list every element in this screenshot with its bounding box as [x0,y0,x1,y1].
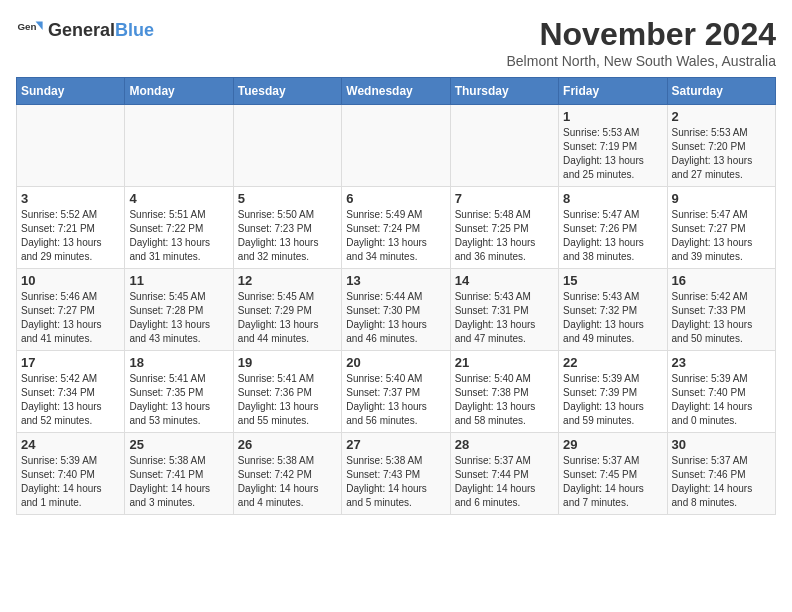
calendar-cell: 11Sunrise: 5:45 AM Sunset: 7:28 PM Dayli… [125,269,233,351]
calendar-cell: 20Sunrise: 5:40 AM Sunset: 7:37 PM Dayli… [342,351,450,433]
day-number: 22 [563,355,662,370]
day-number: 28 [455,437,554,452]
calendar-cell: 26Sunrise: 5:38 AM Sunset: 7:42 PM Dayli… [233,433,341,515]
day-number: 9 [672,191,771,206]
day-number: 6 [346,191,445,206]
calendar-cell: 22Sunrise: 5:39 AM Sunset: 7:39 PM Dayli… [559,351,667,433]
calendar-week-row: 3Sunrise: 5:52 AM Sunset: 7:21 PM Daylig… [17,187,776,269]
day-number: 17 [21,355,120,370]
day-info: Sunrise: 5:48 AM Sunset: 7:25 PM Dayligh… [455,208,554,264]
day-number: 29 [563,437,662,452]
calendar-cell [342,105,450,187]
day-number: 18 [129,355,228,370]
day-number: 12 [238,273,337,288]
day-info: Sunrise: 5:46 AM Sunset: 7:27 PM Dayligh… [21,290,120,346]
month-title: November 2024 [507,16,777,53]
calendar-cell: 23Sunrise: 5:39 AM Sunset: 7:40 PM Dayli… [667,351,775,433]
calendar-cell: 4Sunrise: 5:51 AM Sunset: 7:22 PM Daylig… [125,187,233,269]
calendar-cell: 2Sunrise: 5:53 AM Sunset: 7:20 PM Daylig… [667,105,775,187]
days-of-week-row: SundayMondayTuesdayWednesdayThursdayFrid… [17,78,776,105]
calendar-cell: 16Sunrise: 5:42 AM Sunset: 7:33 PM Dayli… [667,269,775,351]
day-info: Sunrise: 5:37 AM Sunset: 7:45 PM Dayligh… [563,454,662,510]
day-of-week-header: Friday [559,78,667,105]
calendar-cell: 3Sunrise: 5:52 AM Sunset: 7:21 PM Daylig… [17,187,125,269]
calendar-cell [125,105,233,187]
day-info: Sunrise: 5:47 AM Sunset: 7:27 PM Dayligh… [672,208,771,264]
day-info: Sunrise: 5:37 AM Sunset: 7:44 PM Dayligh… [455,454,554,510]
day-number: 1 [563,109,662,124]
day-info: Sunrise: 5:39 AM Sunset: 7:40 PM Dayligh… [21,454,120,510]
day-number: 8 [563,191,662,206]
logo-icon: Gen [16,16,44,44]
day-number: 14 [455,273,554,288]
day-number: 24 [21,437,120,452]
calendar-cell: 1Sunrise: 5:53 AM Sunset: 7:19 PM Daylig… [559,105,667,187]
calendar-week-row: 24Sunrise: 5:39 AM Sunset: 7:40 PM Dayli… [17,433,776,515]
day-info: Sunrise: 5:53 AM Sunset: 7:20 PM Dayligh… [672,126,771,182]
calendar-cell [17,105,125,187]
day-number: 2 [672,109,771,124]
day-info: Sunrise: 5:51 AM Sunset: 7:22 PM Dayligh… [129,208,228,264]
day-info: Sunrise: 5:41 AM Sunset: 7:35 PM Dayligh… [129,372,228,428]
calendar-cell: 18Sunrise: 5:41 AM Sunset: 7:35 PM Dayli… [125,351,233,433]
day-info: Sunrise: 5:53 AM Sunset: 7:19 PM Dayligh… [563,126,662,182]
calendar-cell: 27Sunrise: 5:38 AM Sunset: 7:43 PM Dayli… [342,433,450,515]
day-number: 20 [346,355,445,370]
calendar-week-row: 1Sunrise: 5:53 AM Sunset: 7:19 PM Daylig… [17,105,776,187]
calendar-week-row: 10Sunrise: 5:46 AM Sunset: 7:27 PM Dayli… [17,269,776,351]
calendar-cell: 29Sunrise: 5:37 AM Sunset: 7:45 PM Dayli… [559,433,667,515]
day-of-week-header: Wednesday [342,78,450,105]
day-number: 27 [346,437,445,452]
calendar-cell: 8Sunrise: 5:47 AM Sunset: 7:26 PM Daylig… [559,187,667,269]
calendar-cell: 25Sunrise: 5:38 AM Sunset: 7:41 PM Dayli… [125,433,233,515]
day-info: Sunrise: 5:38 AM Sunset: 7:42 PM Dayligh… [238,454,337,510]
calendar-cell: 6Sunrise: 5:49 AM Sunset: 7:24 PM Daylig… [342,187,450,269]
day-number: 7 [455,191,554,206]
calendar-cell: 10Sunrise: 5:46 AM Sunset: 7:27 PM Dayli… [17,269,125,351]
day-info: Sunrise: 5:40 AM Sunset: 7:37 PM Dayligh… [346,372,445,428]
calendar-table: SundayMondayTuesdayWednesdayThursdayFrid… [16,77,776,515]
day-number: 23 [672,355,771,370]
day-number: 21 [455,355,554,370]
calendar-cell: 7Sunrise: 5:48 AM Sunset: 7:25 PM Daylig… [450,187,558,269]
day-of-week-header: Thursday [450,78,558,105]
day-number: 15 [563,273,662,288]
day-info: Sunrise: 5:39 AM Sunset: 7:40 PM Dayligh… [672,372,771,428]
header: Gen GeneralBlue November 2024 Belmont No… [16,16,776,69]
calendar-cell: 19Sunrise: 5:41 AM Sunset: 7:36 PM Dayli… [233,351,341,433]
calendar-cell: 9Sunrise: 5:47 AM Sunset: 7:27 PM Daylig… [667,187,775,269]
day-info: Sunrise: 5:42 AM Sunset: 7:33 PM Dayligh… [672,290,771,346]
day-of-week-header: Tuesday [233,78,341,105]
day-number: 26 [238,437,337,452]
calendar-cell: 24Sunrise: 5:39 AM Sunset: 7:40 PM Dayli… [17,433,125,515]
calendar-cell [450,105,558,187]
calendar-cell: 21Sunrise: 5:40 AM Sunset: 7:38 PM Dayli… [450,351,558,433]
logo-text-blue: Blue [115,20,154,40]
day-number: 16 [672,273,771,288]
day-number: 25 [129,437,228,452]
calendar-cell: 13Sunrise: 5:44 AM Sunset: 7:30 PM Dayli… [342,269,450,351]
day-info: Sunrise: 5:43 AM Sunset: 7:32 PM Dayligh… [563,290,662,346]
day-number: 30 [672,437,771,452]
title-area: November 2024 Belmont North, New South W… [507,16,777,69]
day-info: Sunrise: 5:40 AM Sunset: 7:38 PM Dayligh… [455,372,554,428]
calendar-week-row: 17Sunrise: 5:42 AM Sunset: 7:34 PM Dayli… [17,351,776,433]
location-title: Belmont North, New South Wales, Australi… [507,53,777,69]
day-info: Sunrise: 5:49 AM Sunset: 7:24 PM Dayligh… [346,208,445,264]
day-info: Sunrise: 5:45 AM Sunset: 7:29 PM Dayligh… [238,290,337,346]
logo: Gen GeneralBlue [16,16,154,44]
day-info: Sunrise: 5:41 AM Sunset: 7:36 PM Dayligh… [238,372,337,428]
calendar-cell: 15Sunrise: 5:43 AM Sunset: 7:32 PM Dayli… [559,269,667,351]
day-number: 13 [346,273,445,288]
calendar-cell [233,105,341,187]
day-number: 5 [238,191,337,206]
calendar-body: 1Sunrise: 5:53 AM Sunset: 7:19 PM Daylig… [17,105,776,515]
day-info: Sunrise: 5:42 AM Sunset: 7:34 PM Dayligh… [21,372,120,428]
day-info: Sunrise: 5:52 AM Sunset: 7:21 PM Dayligh… [21,208,120,264]
day-number: 4 [129,191,228,206]
day-info: Sunrise: 5:47 AM Sunset: 7:26 PM Dayligh… [563,208,662,264]
calendar-cell: 5Sunrise: 5:50 AM Sunset: 7:23 PM Daylig… [233,187,341,269]
calendar-cell: 30Sunrise: 5:37 AM Sunset: 7:46 PM Dayli… [667,433,775,515]
calendar-cell: 28Sunrise: 5:37 AM Sunset: 7:44 PM Dayli… [450,433,558,515]
day-info: Sunrise: 5:39 AM Sunset: 7:39 PM Dayligh… [563,372,662,428]
